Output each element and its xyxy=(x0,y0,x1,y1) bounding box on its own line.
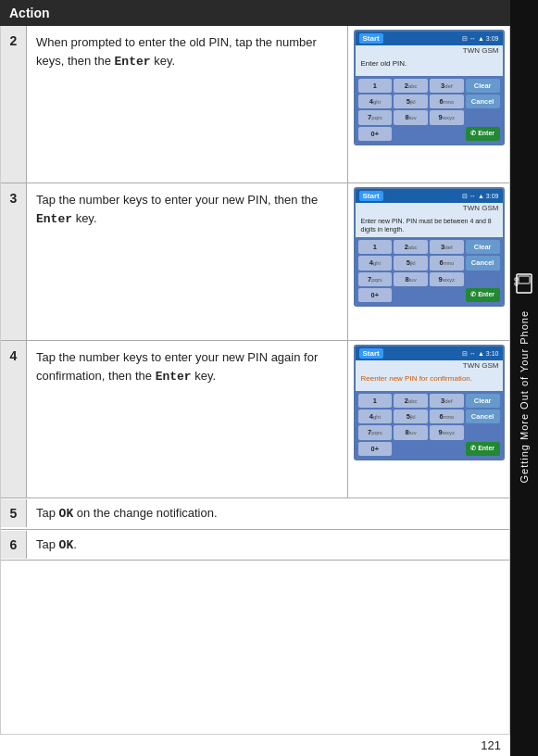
key3-empty2 xyxy=(394,288,428,302)
key3-1[interactable]: 1 xyxy=(358,240,393,254)
phone-titlebar-3: Start ⊟ ↔ ▲ 3:09 xyxy=(356,189,503,203)
phone-network-3: TWN GSM xyxy=(356,203,503,213)
enter-key-label: Enter xyxy=(115,55,151,69)
row-number-5: 5 xyxy=(1,499,27,527)
phone-network-4: TWN GSM xyxy=(356,360,503,371)
key4-5[interactable]: 5jkl xyxy=(394,410,428,423)
row-screenshot-2: Start ⊟ ↔ ▲ 3:09 TWN GSM Enter old PIN. … xyxy=(347,26,509,183)
key4-2[interactable]: 2abc xyxy=(394,394,428,408)
phone-prompt-4: Reenter new PIN for confirmation. xyxy=(356,371,503,391)
key3-6[interactable]: 6mno xyxy=(430,256,464,270)
key3-0[interactable]: 0+ xyxy=(358,288,393,302)
key-empty2 xyxy=(394,127,428,141)
phone-screen-4: Start ⊟ ↔ ▲ 3:10 TWN GSM Reenter new PIN… xyxy=(354,345,505,460)
svg-rect-1 xyxy=(519,276,530,284)
table-row-6: 6 Tap OK. xyxy=(1,530,509,561)
phone-keypad-4[interactable]: 1 2abc 3def Clear 4ghi 5jkl 6mno Cancel … xyxy=(356,391,503,459)
key3-4[interactable]: 4ghi xyxy=(358,256,393,270)
key-8[interactable]: 8tuv xyxy=(394,110,428,124)
key3-5[interactable]: 5jkl xyxy=(394,256,428,270)
phone-screen-2: Start ⊟ ↔ ▲ 3:09 TWN GSM Enter old PIN. … xyxy=(354,30,505,145)
table-header: Action xyxy=(0,0,510,26)
key4-empty1 xyxy=(466,425,500,439)
ok-label-5: OK xyxy=(59,507,74,521)
key4-empty2 xyxy=(394,442,428,456)
key-empty3 xyxy=(430,127,464,141)
key-7[interactable]: 7pqrs xyxy=(358,110,393,124)
row-screenshot-4: Start ⊟ ↔ ▲ 3:10 TWN GSM Reenter new PIN… xyxy=(347,341,509,498)
key-4[interactable]: 4ghi xyxy=(358,94,393,108)
key4-7[interactable]: 7pqrs xyxy=(358,425,393,439)
key-clear[interactable]: Clear xyxy=(466,79,500,93)
key4-1[interactable]: 1 xyxy=(358,394,393,408)
key3-cancel[interactable]: Cancel xyxy=(466,256,500,270)
phone-screen-3: Start ⊟ ↔ ▲ 3:09 TWN GSM Enter new PIN. … xyxy=(354,187,505,307)
key-2[interactable]: 2abc xyxy=(394,79,428,93)
page-number: 121 xyxy=(0,734,510,756)
phone-titlebar-4: Start ⊟ ↔ ▲ 3:10 xyxy=(356,346,503,360)
key-9[interactable]: 9wxyz xyxy=(430,110,464,124)
key3-clear[interactable]: Clear xyxy=(466,240,500,254)
enter-key-label-3: Enter xyxy=(36,212,72,226)
key-6[interactable]: 6mno xyxy=(430,94,464,108)
key3-empty3 xyxy=(430,288,464,302)
start-button-2[interactable]: Start xyxy=(359,33,383,44)
row-number-3: 3 xyxy=(1,183,27,340)
key-3[interactable]: 3def xyxy=(430,79,464,93)
status-icons-4: ⊟ ↔ ▲ 3:10 xyxy=(462,350,498,358)
key4-empty3 xyxy=(430,442,464,456)
row-text-6: Tap OK. xyxy=(27,530,509,561)
row-text-4: Tap the number keys to enter your new PI… xyxy=(27,341,347,498)
key-1[interactable]: 1 xyxy=(358,79,393,93)
key3-9[interactable]: 9wxyz xyxy=(430,272,464,286)
table-body: 2 When prompted to enter the old PIN, ta… xyxy=(0,26,510,734)
row-number-4: 4 xyxy=(1,341,27,498)
phone-prompt-3: Enter new PIN. PIN must be between 4 and… xyxy=(356,213,503,237)
table-row-3: 3 Tap the number keys to enter your new … xyxy=(1,183,509,341)
row-screenshot-3: Start ⊟ ↔ ▲ 3:09 TWN GSM Enter new PIN. … xyxy=(347,183,509,340)
ok-label-6: OK xyxy=(59,538,74,552)
row-text-3: Tap the number keys to enter your new PI… xyxy=(27,183,347,340)
phone-keypad-3[interactable]: 1 2abc 3def Clear 4ghi 5jkl 6mno Cancel … xyxy=(356,237,503,305)
row-text-2: When prompted to enter the old PIN, tap … xyxy=(27,26,347,183)
key4-4[interactable]: 4ghi xyxy=(358,410,393,423)
key4-9[interactable]: 9wxyz xyxy=(430,425,464,439)
enter-key-label-4: Enter xyxy=(156,370,192,384)
phone-network-2: TWN GSM xyxy=(356,45,503,56)
key-empty1 xyxy=(466,110,500,124)
key4-enter[interactable]: ✆ Enter xyxy=(466,442,500,456)
key4-8[interactable]: 8tuv xyxy=(394,425,428,439)
key4-clear[interactable]: Clear xyxy=(466,394,500,408)
key3-2[interactable]: 2abc xyxy=(394,240,428,254)
row-text-5: Tap OK on the change notification. xyxy=(27,498,509,529)
phone-prompt-2: Enter old PIN. xyxy=(356,56,503,76)
key-0[interactable]: 0+ xyxy=(358,127,393,141)
key4-6[interactable]: 6mno xyxy=(430,410,464,423)
row-number-2: 2 xyxy=(1,26,27,183)
table-row: 2 When prompted to enter the old PIN, ta… xyxy=(1,26,509,183)
key-cancel[interactable]: Cancel xyxy=(466,94,500,108)
phone-keypad-2[interactable]: 1 2abc 3def Clear 4ghi 5jkl 6mno Cancel … xyxy=(356,76,503,144)
key-5[interactable]: 5jkl xyxy=(394,94,428,108)
key3-8[interactable]: 8tuv xyxy=(394,272,428,286)
start-button-4[interactable]: Start xyxy=(359,348,383,359)
key3-empty1 xyxy=(466,272,500,286)
phone-book-icon xyxy=(514,273,534,294)
side-tab-label: Getting More Out of Your Phone xyxy=(519,310,530,484)
start-button-3[interactable]: Start xyxy=(359,191,383,201)
status-icons-2: ⊟ ↔ ▲ 3:09 xyxy=(462,35,498,43)
key4-cancel[interactable]: Cancel xyxy=(466,410,500,423)
key4-3[interactable]: 3def xyxy=(430,394,464,408)
page-number-text: 121 xyxy=(481,738,501,752)
key-enter[interactable]: ✆ Enter xyxy=(466,127,500,141)
action-column-header: Action xyxy=(9,6,50,20)
table-row-4: 4 Tap the number keys to enter your new … xyxy=(1,341,509,498)
phone-titlebar-2: Start ⊟ ↔ ▲ 3:09 xyxy=(356,32,503,45)
key3-7[interactable]: 7pqrs xyxy=(358,272,393,286)
key4-0[interactable]: 0+ xyxy=(358,442,393,456)
key3-enter[interactable]: ✆ Enter xyxy=(466,288,500,302)
table-row-5: 5 Tap OK on the change notification. xyxy=(1,498,509,530)
main-content: Action 2 When prompted to enter the old … xyxy=(0,0,510,756)
side-tab: Getting More Out of Your Phone xyxy=(510,0,538,756)
key3-3[interactable]: 3def xyxy=(430,240,464,254)
